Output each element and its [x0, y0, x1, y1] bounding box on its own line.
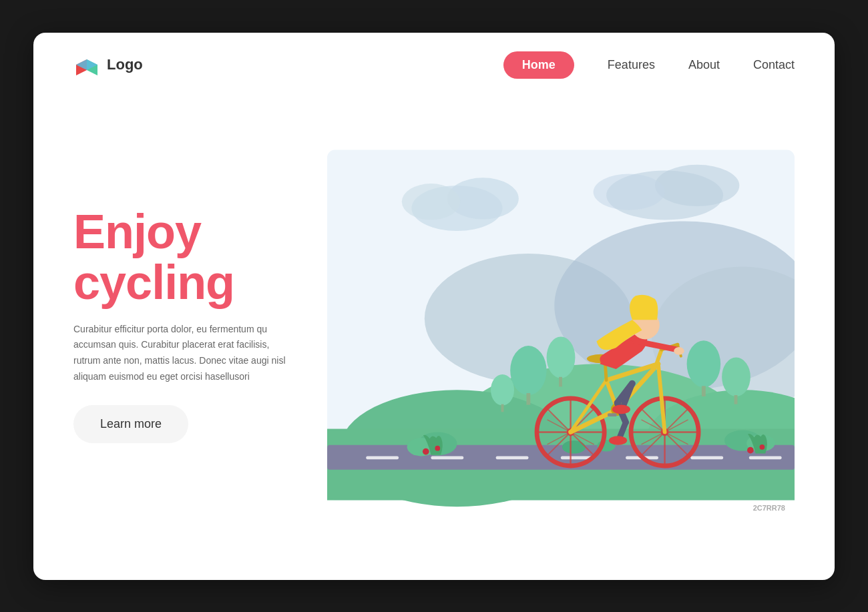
svg-rect-26	[526, 393, 530, 405]
header: Logo Home Features About Contact	[33, 33, 835, 97]
nav-contact[interactable]: Contact	[753, 58, 795, 72]
logo-area: Logo	[73, 51, 143, 78]
svg-rect-18	[366, 456, 399, 459]
cycling-scene-svg	[327, 131, 795, 519]
svg-point-84	[760, 444, 765, 450]
svg-point-31	[722, 358, 750, 396]
hero-description: Curabitur efficitur porta dolor, eu ferm…	[73, 322, 287, 385]
svg-point-9	[594, 174, 665, 210]
svg-point-73	[609, 436, 627, 445]
svg-point-82	[435, 446, 440, 451]
main-content: Enjoy cycling Curabitur efficitur porta …	[33, 97, 835, 580]
svg-point-83	[747, 447, 754, 454]
svg-rect-70	[608, 413, 617, 416]
svg-point-76	[612, 405, 630, 414]
nav-home[interactable]: Home	[503, 51, 574, 79]
left-panel: Enjoy cycling Curabitur efficitur porta …	[73, 207, 327, 442]
logo-text: Logo	[107, 56, 143, 73]
svg-rect-19	[431, 456, 464, 459]
svg-point-81	[423, 448, 429, 455]
nav-features[interactable]: Features	[608, 58, 655, 72]
svg-point-79	[674, 347, 684, 355]
svg-rect-28	[559, 377, 562, 387]
page-container: Logo Home Features About Contact Enjoy c…	[33, 33, 835, 580]
svg-point-29	[687, 340, 721, 387]
svg-point-39	[562, 440, 586, 453]
svg-rect-20	[496, 456, 529, 459]
hero-title: Enjoy cycling	[73, 207, 314, 308]
svg-point-6	[402, 184, 461, 220]
svg-rect-23	[690, 456, 723, 459]
watermark: 2C7RR78	[750, 503, 788, 513]
learn-more-button[interactable]: Learn more	[73, 405, 188, 443]
svg-rect-32	[734, 395, 738, 404]
svg-point-25	[510, 346, 546, 395]
logo-icon	[73, 51, 100, 78]
svg-rect-24	[749, 456, 782, 459]
svg-point-8	[655, 165, 739, 206]
hero-illustration: 2C7RR78	[327, 131, 795, 519]
navigation: Home Features About Contact	[503, 51, 795, 79]
nav-about[interactable]: About	[688, 58, 720, 72]
svg-point-27	[547, 337, 576, 378]
svg-rect-30	[702, 386, 706, 396]
svg-rect-34	[501, 404, 504, 412]
svg-point-33	[491, 374, 514, 406]
